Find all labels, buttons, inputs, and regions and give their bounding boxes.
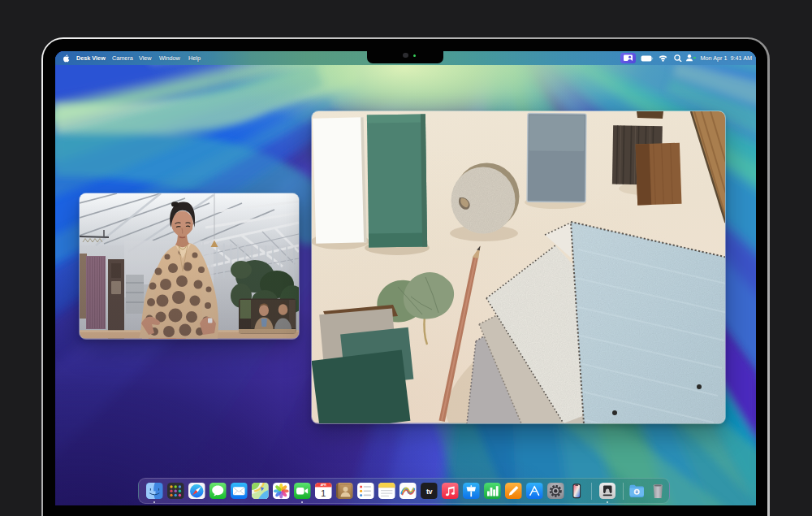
svg-text:1: 1	[321, 488, 326, 497]
svg-text:tv: tv	[426, 488, 433, 496]
svg-text:APR: APR	[321, 483, 327, 487]
